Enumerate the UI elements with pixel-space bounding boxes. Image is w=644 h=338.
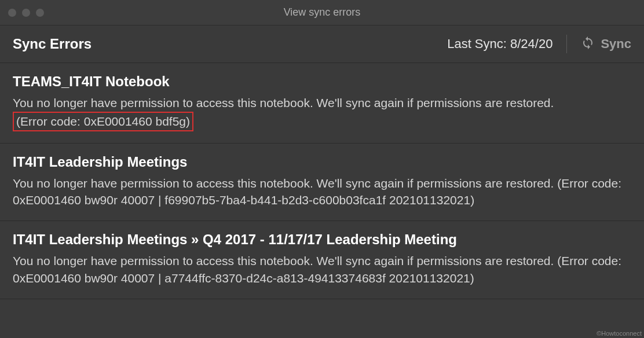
error-desc-text: You no longer have permission to access …: [13, 177, 557, 190]
page-title: Sync Errors: [13, 36, 92, 52]
header-right: Last Sync: 8/24/20 Sync: [447, 35, 631, 53]
error-title: TEAMS_IT4IT Notebook: [13, 74, 631, 90]
window-controls: [8, 9, 44, 17]
error-description: You no longer have permission to access …: [13, 94, 631, 131]
header-bar: Sync Errors Last Sync: 8/24/20 Sync: [0, 25, 644, 63]
error-title: IT4IT Leadership Meetings: [13, 154, 631, 170]
error-item[interactable]: IT4IT Leadership Meetings You no longer …: [0, 144, 644, 222]
minimize-window-button[interactable]: [22, 9, 30, 17]
error-description: You no longer have permission to access …: [13, 252, 631, 287]
sync-icon: [581, 36, 595, 52]
maximize-window-button[interactable]: [36, 9, 44, 17]
sync-button[interactable]: Sync: [581, 36, 631, 52]
error-desc-text: You no longer have permission to access …: [13, 96, 554, 109]
watermark: ©Howtoconnect: [597, 330, 642, 337]
titlebar: View sync errors: [0, 0, 644, 25]
error-list: TEAMS_IT4IT Notebook You no longer have …: [0, 63, 644, 299]
error-description: You no longer have permission to access …: [13, 175, 631, 210]
error-desc-text: You no longer have permission to access …: [13, 254, 557, 267]
error-title: IT4IT Leadership Meetings » Q4 2017 - 11…: [13, 232, 631, 248]
divider: [566, 35, 567, 53]
sync-button-label: Sync: [601, 36, 631, 52]
window-title: View sync errors: [284, 6, 361, 19]
error-item[interactable]: TEAMS_IT4IT Notebook You no longer have …: [0, 63, 644, 144]
error-item[interactable]: IT4IT Leadership Meetings » Q4 2017 - 11…: [0, 221, 644, 299]
error-code-highlight: (Error code: 0xE0001460 bdf5g): [13, 112, 193, 131]
close-window-button[interactable]: [8, 9, 16, 17]
last-sync-label: Last Sync: 8/24/20: [447, 36, 552, 52]
